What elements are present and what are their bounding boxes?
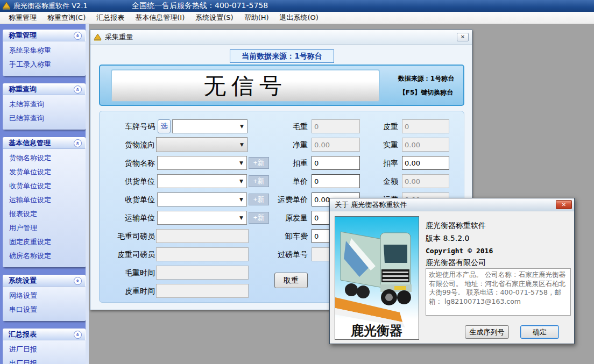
app-titlebar: 鹿光衡器称重软件 V2.1 全国统一售后服务热线：400-071-5758	[0, 0, 594, 12]
gross-time-field	[156, 266, 249, 280]
label-gross-time: 毛重时间	[100, 266, 155, 280]
sidebar-section-basic-info: 基本信息管理 « 货物名称设定 发货单位设定 收货单位设定 运输单位设定 报表设…	[3, 137, 86, 267]
collapse-chevron-icon[interactable]: «	[74, 85, 82, 94]
tare-time-field	[156, 284, 249, 298]
label-deduct-weight: 扣重	[261, 156, 308, 170]
about-dialog-title: 关于 鹿光衡器称重软件	[335, 200, 407, 210]
sidebar-item-receiver-unit[interactable]: 收货单位设定	[3, 179, 86, 193]
chevron-down-icon: ▼	[239, 197, 243, 202]
supplier-unit-combobox[interactable]: ▼	[157, 174, 247, 188]
sidebar-header-basic-info[interactable]: 基本信息管理 «	[3, 137, 86, 149]
gross-weigher-field	[156, 229, 249, 243]
label-supplier-unit: 供货单位	[100, 174, 155, 188]
sidebar-item-fixed-tare[interactable]: 固定皮重设定	[3, 235, 86, 249]
label-unload-fee: 卸车费	[261, 229, 308, 243]
window-title: 采集重量	[105, 32, 133, 42]
deduct-rate-field[interactable]	[402, 156, 449, 170]
weight-readout: 无信号	[111, 69, 380, 102]
close-icon[interactable]: ✕	[457, 33, 469, 41]
about-version: 版本 8.5.2.0	[426, 234, 469, 244]
menu-summary-report[interactable]: 汇总报表	[91, 12, 130, 24]
label-receiver-unit: 收货单位	[100, 192, 155, 206]
menu-help[interactable]: 帮助(H)	[239, 12, 274, 24]
sidebar-header-weigh-query[interactable]: 称重查询 «	[3, 83, 86, 95]
label-tare-time: 皮重时间	[100, 284, 155, 298]
label-goods-flow: 货物流向	[100, 138, 155, 152]
label-goods-name: 货物名称	[100, 156, 155, 170]
menu-exit[interactable]: 退出系统(O)	[274, 12, 324, 24]
sidebar: 称重管理 « 系统采集称重 手工录入称重 称重查询 « 未结算查询 已结算查询 …	[0, 24, 89, 364]
label-amount: 金额	[348, 174, 398, 188]
generate-serial-button[interactable]: 生成序列号	[465, 325, 509, 339]
chevron-down-icon: ▼	[239, 215, 243, 220]
sidebar-item-outbound-daily[interactable]: 出厂日报	[3, 356, 86, 364]
sidebar-item-shipper-unit[interactable]: 发货单位设定	[3, 165, 86, 179]
ok-button[interactable]: 确定	[520, 325, 559, 339]
about-product-name: 鹿光衡器称重软件	[426, 221, 486, 231]
label-gross-weigher: 毛重司磅员	[100, 229, 155, 243]
label-unit-price: 单价	[261, 174, 308, 188]
take-weight-button[interactable]: 取重	[274, 273, 308, 288]
service-hotline: 全国统一售后服务热线：400-071-5758	[132, 1, 268, 11]
menu-bar: 称重管理 称重查询(C) 汇总报表 基本信息管理(I) 系统设置(S) 帮助(H…	[0, 12, 594, 24]
about-dialog: 关于 鹿光衡器称重软件 ✕	[329, 198, 575, 344]
source-note-line2: 【F5】键切换称台	[390, 88, 463, 97]
weight-display-panel: 无信号 数据来源：1号称台 【F5】键切换称台	[99, 65, 464, 106]
chevron-down-icon: ▼	[240, 142, 244, 147]
plate-number-combobox[interactable]: ▼	[172, 119, 247, 133]
menu-weigh-query[interactable]: 称重查询(C)	[42, 12, 91, 24]
about-info-box: 欢迎使用本产品。 公司名称：石家庄鹿光衡器有限公司。 地址：河北省石家庄鹿泉区石…	[426, 268, 571, 316]
sidebar-item-goods-name[interactable]: 货物名称设定	[3, 151, 86, 165]
label-ticket-number: 过磅单号	[261, 247, 308, 261]
label-plate-number: 车牌号码	[100, 119, 155, 133]
sidebar-item-serial-settings[interactable]: 串口设置	[3, 303, 86, 317]
sidebar-header-summary-report[interactable]: 汇总报表 «	[3, 329, 86, 340]
collapse-chevron-icon[interactable]: «	[74, 139, 82, 147]
goods-name-combobox[interactable]: ▼	[157, 156, 247, 170]
label-tare-weigher: 皮重司磅员	[100, 247, 155, 261]
sidebar-header-system-settings[interactable]: 系统设置 «	[3, 275, 86, 287]
window-logo-icon	[94, 34, 102, 41]
collect-weight-titlebar: 采集重量 ✕	[90, 30, 472, 45]
sidebar-section-weigh-query: 称重查询 « 未结算查询 已结算查询	[3, 83, 86, 130]
collapse-chevron-icon[interactable]: «	[74, 331, 82, 339]
collapse-chevron-icon[interactable]: «	[74, 277, 82, 285]
sidebar-item-transport-unit[interactable]: 运输单位设定	[3, 193, 86, 207]
transport-unit-combobox[interactable]: ▼	[157, 211, 247, 225]
chevron-down-icon: ▼	[239, 160, 243, 166]
receiver-unit-combobox[interactable]: ▼	[157, 192, 247, 206]
close-icon[interactable]: ✕	[556, 200, 572, 209]
sidebar-item-unsettled-query[interactable]: 未结算查询	[3, 97, 86, 111]
sidebar-item-inbound-daily[interactable]: 进厂日报	[3, 342, 86, 356]
plate-select-button[interactable]: 选	[158, 119, 171, 133]
tare-weight-field	[402, 119, 449, 133]
sidebar-item-manual-entry-weigh[interactable]: 手工录入称重	[3, 58, 86, 72]
sidebar-item-network-settings[interactable]: 网络设置	[3, 289, 86, 303]
menu-basic-info[interactable]: 基本信息管理(I)	[130, 12, 190, 24]
sidebar-section-weigh-manage: 称重管理 « 系统采集称重 手工录入称重	[3, 30, 86, 76]
sidebar-section-system-settings: 系统设置 « 网络设置 串口设置	[3, 275, 86, 321]
about-copyright: Copyright © 2016	[426, 247, 493, 255]
collapse-chevron-icon[interactable]: «	[74, 32, 82, 40]
source-note-line1: 数据来源：1号称台	[390, 74, 463, 83]
label-gross-weight: 毛重	[261, 119, 308, 133]
sidebar-item-weighhouse-name[interactable]: 磅房名称设定	[3, 249, 86, 263]
sidebar-header-weigh-manage[interactable]: 称重管理 «	[3, 30, 86, 41]
sidebar-edge	[86, 24, 89, 364]
label-actual-weight: 实重	[348, 138, 398, 152]
svg-text:鹿光衡器: 鹿光衡器	[350, 323, 402, 338]
app-title: 鹿光衡器称重软件 V2.1	[13, 1, 88, 11]
sidebar-section-summary-report: 汇总报表 « 进厂日报 出厂日报	[3, 329, 86, 364]
menu-weigh-manage[interactable]: 称重管理	[3, 12, 42, 24]
label-deduct-rate: 扣率	[348, 156, 398, 170]
sidebar-item-system-collect-weigh[interactable]: 系统采集称重	[3, 44, 86, 58]
about-company: 鹿光衡器有限公司	[426, 258, 486, 268]
sidebar-item-settled-query[interactable]: 已结算查询	[3, 111, 86, 125]
label-net-weight: 净重	[261, 138, 308, 152]
sidebar-item-user-manage[interactable]: 用户管理	[3, 221, 86, 235]
label-tare-weight: 皮重	[348, 119, 398, 133]
menu-system-settings[interactable]: 系统设置(S)	[190, 12, 238, 24]
goods-flow-combobox[interactable]: ▼	[156, 137, 247, 152]
label-original-qty: 原发量	[261, 211, 308, 225]
sidebar-item-report-setting[interactable]: 报表设定	[3, 207, 86, 221]
